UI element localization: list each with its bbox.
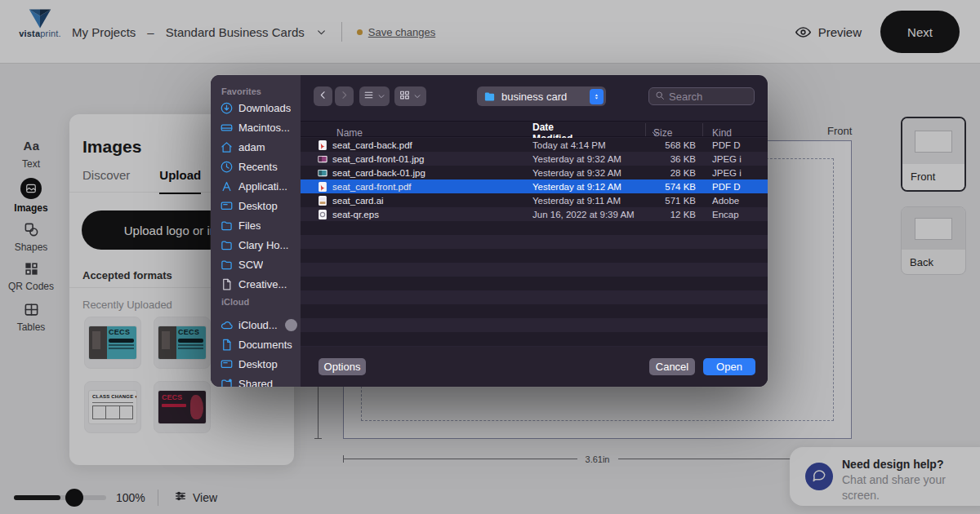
finder-sidebar-item-downloads[interactable]: Downloads [211,98,301,117]
finder-sidebar-item-desktop[interactable]: Desktop [211,354,301,374]
folder-dropdown[interactable]: business card [477,86,606,106]
sidebar-section-label: iCloud [221,297,249,307]
finder-sidebar-item-icloud[interactable]: iCloud... [211,315,301,335]
chevron-down-icon [413,91,421,103]
sidebar-section-label: Favorites [221,86,261,96]
cloud-icon [220,319,233,331]
document-gray-icon [220,278,233,290]
stepper-icon[interactable] [590,89,604,104]
open-button[interactable]: Open [703,358,755,375]
desktop-icon [220,358,233,370]
chevron-left-icon [318,90,328,103]
pdf-file-icon [318,140,327,151]
home-icon [220,141,233,153]
document-icon [220,339,233,351]
file-list-header: Name Date Modified Size Kind [301,121,768,137]
dialog-footer: Options Cancel Open [301,347,768,387]
finder-sidebar-item-applicati[interactable]: Applicati... [211,176,301,196]
status-badge [285,319,297,331]
file-row[interactable]: seat_card-front.pdfYesterday at 9:12 AM5… [301,179,768,193]
file-row[interactable]: seat_card-back-01.jpgYesterday at 9:32 A… [301,166,768,179]
finder-sidebar-item-adam[interactable]: adam [211,137,301,157]
file-row[interactable]: seat-qr.epsJun 16, 2022 at 9:39 AM12 KBE… [301,207,768,221]
finder-sidebar-item-claryho[interactable]: Clary Ho... [211,235,301,255]
finder-sidebar-item-scw[interactable]: SCW [211,255,301,274]
folder-icon [220,239,233,251]
options-button[interactable]: Options [318,358,366,375]
shared-folder-icon [220,378,233,388]
finder-sidebar-item-macintos[interactable]: Macintos... [211,117,301,137]
folder-icon [220,259,233,271]
grid-view-icon [399,90,410,103]
finder-sidebar-item-documents[interactable]: Documents [211,335,301,354]
finder-sidebar-item-creative[interactable]: Creative... [211,274,301,294]
list-view-icon [363,90,374,103]
finder-sidebar-item-desktop[interactable]: Desktop [211,196,301,215]
file-list: seat_card-back.pdfToday at 4:14 PM568 KB… [301,138,768,347]
column-size[interactable]: Size [645,127,702,139]
jpg-file-icon [318,153,327,165]
search-input[interactable] [669,91,748,103]
clock-icon [220,161,233,173]
pdf-file-icon [318,181,327,193]
chevron-right-icon [339,90,350,103]
applications-icon [220,180,233,193]
ai-file-icon [318,195,327,206]
file-open-dialog: FavoritesDownloadsMacintos...adamRecents… [211,75,768,387]
finder-sidebar-item-shared[interactable]: Shared [211,374,301,387]
jpg-teal-file-icon [318,167,327,179]
list-view-button[interactable] [359,86,390,106]
finder-sidebar: FavoritesDownloadsMacintos...adamRecents… [211,75,301,387]
search-field[interactable] [648,87,755,105]
folder-icon [483,91,496,103]
back-button[interactable] [314,86,332,106]
eps-file-icon [318,209,327,220]
download-icon [220,102,233,114]
file-row[interactable]: seat_card.aiYesterday at 9:11 AM571 KBAd… [301,193,768,207]
harddrive-icon [220,122,233,134]
forward-button[interactable] [335,86,354,106]
file-row[interactable]: seat_card-front-01.jpgYesterday at 9:32 … [301,152,768,166]
cancel-button[interactable]: Cancel [649,358,695,375]
search-icon [655,91,665,103]
current-folder: business card [501,91,584,103]
file-row[interactable]: seat_card-back.pdfToday at 4:14 PM568 KB… [301,138,768,152]
finder-sidebar-item-recents[interactable]: Recents [211,157,301,176]
column-name[interactable]: Name [301,127,532,139]
desktop-icon [220,200,233,212]
column-kind[interactable]: Kind [702,127,768,139]
group-view-button[interactable] [394,86,426,106]
folder-icon [220,219,233,232]
finder-sidebar-item-files[interactable]: Files [211,215,301,235]
chevron-down-icon [377,91,385,103]
